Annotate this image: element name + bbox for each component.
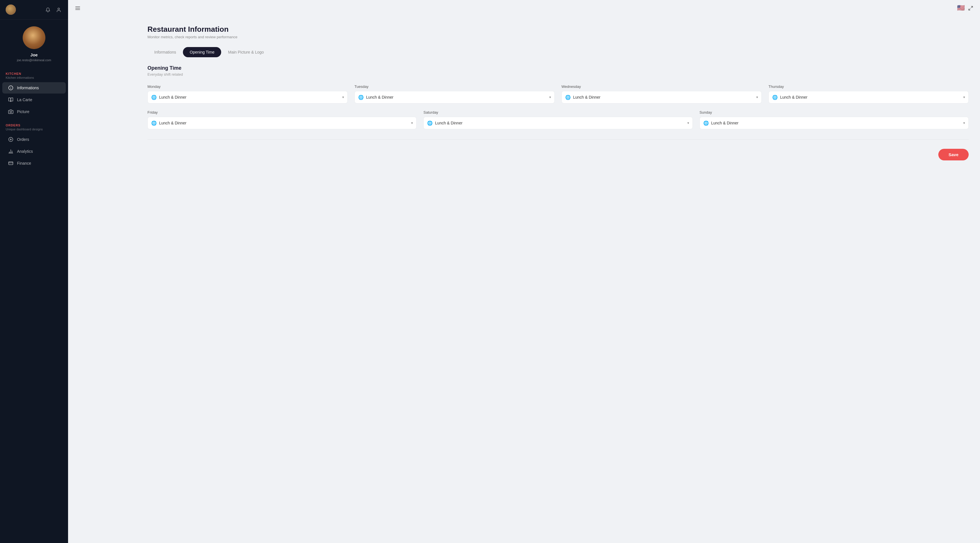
sidebar-header xyxy=(0,0,68,19)
sidebar-item-analytics[interactable]: Analytics xyxy=(2,146,66,157)
sidebar-item-label-analytics: Analytics xyxy=(17,149,33,154)
section-title: Opening Time xyxy=(148,65,969,71)
chevron-down-icon-sunday: ▾ xyxy=(963,121,965,125)
sunday-select-wrapper: 🌐 Lunch & Dinner Lunch Only Dinner Only … xyxy=(700,117,969,129)
section-orders-title: ORDERS xyxy=(6,124,62,127)
sidebar-item-finance[interactable]: Finance xyxy=(2,157,66,169)
tab-opening-time[interactable]: Opening Time xyxy=(183,47,221,57)
day-monday-label: Monday xyxy=(148,84,348,89)
tuesday-select-wrapper: 🌐 Lunch & Dinner Lunch Only Dinner Only … xyxy=(355,91,555,103)
profile-name: Joe xyxy=(30,52,38,57)
thursday-select[interactable]: Lunch & Dinner Lunch Only Dinner Only Cl… xyxy=(780,95,963,100)
svg-rect-11 xyxy=(9,162,13,165)
section-kitchen-title: KITCHEN xyxy=(6,72,62,75)
sidebar-item-label-la-carte: La Carte xyxy=(17,97,32,102)
day-thursday-group: Thursday 🌐 Lunch & Dinner Lunch Only Din… xyxy=(768,84,969,103)
tuesday-select[interactable]: Lunch & Dinner Lunch Only Dinner Only Cl… xyxy=(366,95,549,100)
monday-select[interactable]: Lunch & Dinner Lunch Only Dinner Only Cl… xyxy=(159,95,342,100)
day-monday-group: Monday 🌐 Lunch & Dinner Lunch Only Dinne… xyxy=(148,84,348,103)
day-friday-label: Friday xyxy=(148,110,417,114)
days-row-1: Monday 🌐 Lunch & Dinner Lunch Only Dinne… xyxy=(148,84,969,103)
day-tuesday-label: Tuesday xyxy=(355,84,555,89)
fullscreen-button[interactable] xyxy=(968,5,973,11)
sunday-select[interactable]: Lunch & Dinner Lunch Only Dinner Only Cl… xyxy=(711,121,963,125)
day-wednesday-group: Wednesday 🌐 Lunch & Dinner Lunch Only Di… xyxy=(562,84,762,103)
finance-icon xyxy=(8,160,14,166)
section-kitchen-sub: Kitchen informations xyxy=(6,76,62,79)
tab-informations[interactable]: Informations xyxy=(148,47,183,57)
page-title: Restaurant Information xyxy=(148,25,969,34)
user-profile-button[interactable] xyxy=(55,6,62,14)
orders-menu: Orders Analytics Finance xyxy=(0,132,68,171)
saturday-select[interactable]: Lunch & Dinner Lunch Only Dinner Only Cl… xyxy=(435,121,687,125)
sidebar-item-la-carte[interactable]: La Carte xyxy=(2,94,66,105)
sidebar-item-orders[interactable]: Orders xyxy=(2,134,66,145)
sidebar-section-orders: ORDERS Unique dashboard designs xyxy=(0,119,68,132)
day-tuesday-group: Tuesday 🌐 Lunch & Dinner Lunch Only Dinn… xyxy=(355,84,555,103)
avatar xyxy=(23,26,45,49)
topbar: 🇺🇸 xyxy=(68,0,980,16)
language-flag[interactable]: 🇺🇸 xyxy=(957,4,965,12)
info-circle-icon xyxy=(8,85,14,90)
day-sunday-group: Sunday 🌐 Lunch & Dinner Lunch Only Dinne… xyxy=(700,110,969,129)
chevron-down-icon-thursday: ▾ xyxy=(963,95,965,99)
sidebar: Joe joe.resto@mikimeal.com KITCHEN Kitch… xyxy=(0,0,68,543)
sidebar-profile: Joe joe.resto@mikimeal.com xyxy=(0,19,68,67)
topbar-right: 🇺🇸 xyxy=(957,4,973,12)
sidebar-item-label-orders: Orders xyxy=(17,137,29,142)
globe-icon-saturday: 🌐 xyxy=(427,121,433,126)
thursday-select-wrapper: 🌐 Lunch & Dinner Lunch Only Dinner Only … xyxy=(768,91,969,103)
menu-toggle-button[interactable] xyxy=(75,5,81,11)
svg-point-4 xyxy=(10,111,12,113)
save-button[interactable]: Save xyxy=(938,149,969,160)
notification-button[interactable] xyxy=(44,6,52,14)
wednesday-select-wrapper: 🌐 Lunch & Dinner Lunch Only Dinner Only … xyxy=(562,91,762,103)
section-subtitle: Everyday shift related xyxy=(148,72,969,76)
svg-line-17 xyxy=(969,9,970,10)
main-content: Restaurant Information Monitor metrics, … xyxy=(136,16,980,543)
sidebar-item-label-finance: Finance xyxy=(17,161,31,165)
chevron-down-icon-tuesday: ▾ xyxy=(549,95,551,99)
day-saturday-group: Saturday 🌐 Lunch & Dinner Lunch Only Din… xyxy=(423,110,692,129)
sidebar-header-actions xyxy=(44,6,62,14)
day-thursday-label: Thursday xyxy=(768,84,969,89)
tab-main-picture[interactable]: Main Picture & Logo xyxy=(221,47,270,57)
sidebar-item-picture[interactable]: Picture xyxy=(2,106,66,117)
chevron-down-icon-saturday: ▾ xyxy=(687,121,689,125)
friday-select-wrapper: 🌐 Lunch & Dinner Lunch Only Dinner Only … xyxy=(148,117,417,129)
day-sunday-label: Sunday xyxy=(700,110,969,114)
camera-icon xyxy=(8,109,14,114)
day-wednesday-label: Wednesday xyxy=(562,84,762,89)
save-btn-wrapper: Save xyxy=(148,149,969,160)
sidebar-item-label-informations: Informations xyxy=(17,86,39,90)
app-logo xyxy=(6,5,16,15)
sidebar-section-kitchen: KITCHEN Kitchen informations xyxy=(0,67,68,81)
sidebar-item-label-picture: Picture xyxy=(17,110,30,114)
page-subtitle: Monitor metrics, check reports and revie… xyxy=(148,35,969,39)
friday-select[interactable]: Lunch & Dinner Lunch Only Dinner Only Cl… xyxy=(159,121,411,125)
chart-icon xyxy=(8,149,14,154)
day-friday-group: Friday 🌐 Lunch & Dinner Lunch Only Dinne… xyxy=(148,110,417,129)
kitchen-menu: Informations La Carte Picture xyxy=(0,81,68,119)
section-orders-sub: Unique dashboard designs xyxy=(6,127,62,131)
days-row-2: Friday 🌐 Lunch & Dinner Lunch Only Dinne… xyxy=(148,110,969,129)
wednesday-select[interactable]: Lunch & Dinner Lunch Only Dinner Only Cl… xyxy=(573,95,756,100)
section-header: Opening Time Everyday shift related xyxy=(148,65,969,76)
day-saturday-label: Saturday xyxy=(423,110,692,114)
chevron-down-icon-friday: ▾ xyxy=(411,121,413,125)
dollar-circle-icon xyxy=(8,137,14,142)
chevron-down-icon-wednesday: ▾ xyxy=(756,95,758,99)
globe-icon-sunday: 🌐 xyxy=(703,121,709,126)
svg-point-0 xyxy=(58,8,60,10)
globe-icon-monday: 🌐 xyxy=(151,95,157,100)
book-icon xyxy=(8,97,14,103)
globe-icon-friday: 🌐 xyxy=(151,121,157,126)
globe-icon-wednesday: 🌐 xyxy=(565,95,571,100)
sidebar-item-informations[interactable]: Informations xyxy=(2,82,66,94)
profile-email: joe.resto@mikimeal.com xyxy=(17,59,51,62)
saturday-select-wrapper: 🌐 Lunch & Dinner Lunch Only Dinner Only … xyxy=(423,117,692,129)
monday-select-wrapper: 🌐 Lunch & Dinner Lunch Only Dinner Only … xyxy=(148,91,348,103)
globe-icon-thursday: 🌐 xyxy=(772,95,778,100)
svg-line-16 xyxy=(971,6,973,8)
chevron-down-icon-monday: ▾ xyxy=(342,95,344,99)
